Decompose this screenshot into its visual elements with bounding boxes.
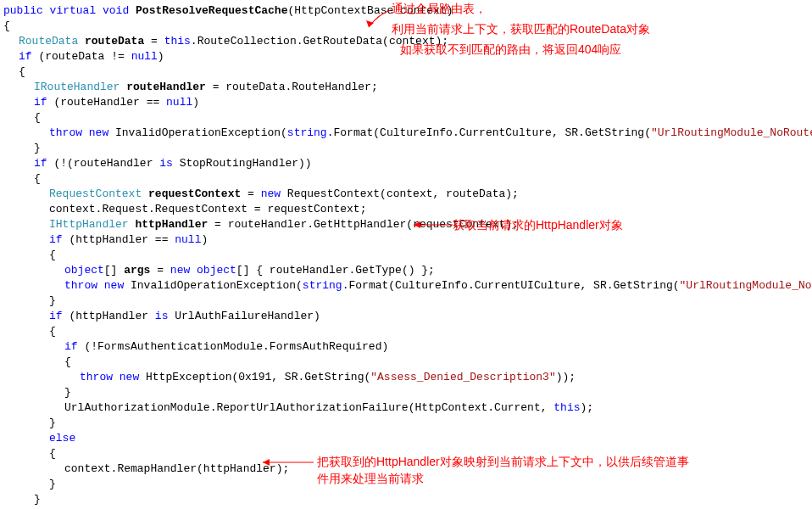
svg-marker-4 bbox=[263, 459, 270, 466]
code-line: { bbox=[3, 355, 809, 370]
code-line: } bbox=[3, 416, 809, 431]
code-line: if (!FormsAuthenticationModule.FormsAuth… bbox=[3, 339, 809, 355]
code-block: 通过全局路由表， 利用当前请求上下文，获取匹配的RouteData对象 如果获取… bbox=[3, 3, 809, 509]
code-line: if (!(routeHandler is StopRoutingHandler… bbox=[3, 156, 809, 171]
arrow-3 bbox=[258, 455, 317, 470]
arrow-1 bbox=[364, 7, 393, 32]
code-line: } bbox=[3, 492, 809, 507]
code-line: throw new InvalidOperationException(stri… bbox=[3, 278, 809, 294]
arrow-2 bbox=[409, 217, 455, 232]
annotation-1-line1: 通过全局路由表， bbox=[392, 2, 487, 17]
code-line: if (httpHandler == null) bbox=[3, 232, 809, 248]
code-line: UrlAuthorizationModule.ReportUrlAuthoriz… bbox=[3, 400, 809, 416]
code-line: { bbox=[3, 64, 809, 80]
annotation-1-line2: 利用当前请求上下文，获取匹配的RouteData对象 bbox=[392, 22, 650, 37]
annotation-3-line1: 把获取到的HttpHandler对象映射到当前请求上下文中，以供后续管道事 bbox=[317, 455, 689, 470]
code-line: { bbox=[3, 171, 809, 187]
code-line: } bbox=[3, 294, 809, 309]
code-line: IRouteHandler routeHandler = routeData.R… bbox=[3, 80, 809, 95]
code-line: IHttpHandler httpHandler = routeHandler.… bbox=[3, 217, 809, 232]
code-line: throw new InvalidOperationException(stri… bbox=[3, 126, 809, 141]
annotation-1-line3: 如果获取不到匹配的路由，将返回404响应 bbox=[400, 42, 621, 58]
code-line: { bbox=[3, 110, 809, 126]
code-line: { bbox=[3, 324, 809, 339]
code-line: } bbox=[3, 385, 809, 400]
code-line: if (routeHandler == null) bbox=[3, 95, 809, 110]
code-line: else bbox=[3, 431, 809, 446]
code-line: if (httpHandler is UrlAuthFailureHandler… bbox=[3, 309, 809, 324]
code-line: context.Request.RequestContext = request… bbox=[3, 202, 809, 217]
code-line: { bbox=[3, 248, 809, 263]
code-line: throw new HttpException(0x191, SR.GetStr… bbox=[3, 370, 809, 385]
code-line: } bbox=[3, 141, 809, 156]
code-line: RequestContext requestContext = new Requ… bbox=[3, 187, 809, 202]
annotation-3-line2: 件用来处理当前请求 bbox=[317, 472, 424, 487]
code-line: object[] args = new object[] { routeHand… bbox=[3, 263, 809, 278]
annotation-2: 获取当前请求的HttpHandler对象 bbox=[453, 218, 623, 233]
svg-marker-2 bbox=[414, 221, 420, 228]
